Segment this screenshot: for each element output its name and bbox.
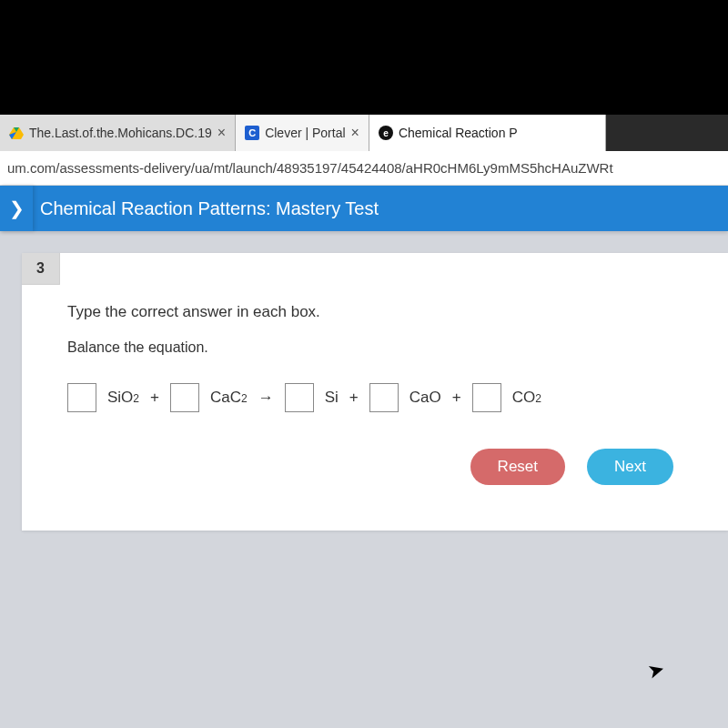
url-bar[interactable]: um.com/assessments-delivery/ua/mt/launch… <box>0 151 728 186</box>
close-icon[interactable]: × <box>351 125 359 141</box>
close-icon[interactable]: × <box>217 125 226 141</box>
content-area: 3 Type the correct answer in each box. B… <box>0 231 728 531</box>
tab-title: The.Last.of.the.Mohicans.DC.19 <box>29 126 212 140</box>
coef-input-4[interactable] <box>369 383 399 412</box>
edmentum-icon: e <box>379 126 393 140</box>
question-card: 3 Type the correct answer in each box. B… <box>22 253 728 531</box>
plus-1: + <box>150 389 159 407</box>
browser-tabs: The.Last.of.the.Mohicans.DC.19 × C Cleve… <box>0 115 728 151</box>
cursor-icon: ➤ <box>645 657 667 684</box>
coef-input-5[interactable] <box>472 383 501 412</box>
button-row: Reset Next <box>67 449 701 503</box>
tab-clever[interactable]: C Clever | Portal × <box>236 115 369 151</box>
tab-title: Clever | Portal <box>265 126 345 140</box>
back-button[interactable]: ❯ <box>0 186 33 231</box>
plus-3: + <box>452 389 461 407</box>
question-subtext: Balance the equation. <box>67 339 701 356</box>
next-button[interactable]: Next <box>587 449 673 485</box>
coef-input-2[interactable] <box>170 383 199 412</box>
page-title: Chemical Reaction Patterns: Mastery Test <box>40 198 379 219</box>
term-cao: CaO <box>410 389 441 407</box>
page-header: Chemical Reaction Patterns: Mastery Test <box>0 186 728 231</box>
drive-icon <box>9 126 24 140</box>
tab-mohicans[interactable]: The.Last.of.the.Mohicans.DC.19 × <box>0 115 236 151</box>
arrow: → <box>258 389 274 407</box>
question-instruction: Type the correct answer in each box. <box>67 303 701 321</box>
chevron-right-icon: ❯ <box>9 197 25 219</box>
tab-title: Chemical Reaction P <box>399 126 518 140</box>
question-number: 3 <box>22 253 60 285</box>
coef-input-1[interactable] <box>67 383 96 412</box>
tab-edmentum[interactable]: e Chemical Reaction P <box>369 115 606 151</box>
term-sio2: SiO2 <box>107 389 139 407</box>
equation-row: SiO2 + CaC2 → Si + CaO + CO2 <box>67 383 701 412</box>
url-text: um.com/assessments-delivery/ua/mt/launch… <box>7 160 613 176</box>
window-top-blackspace <box>0 0 728 115</box>
plus-2: + <box>349 389 359 407</box>
clever-icon: C <box>245 126 259 140</box>
term-co2: CO2 <box>512 389 541 407</box>
coef-input-3[interactable] <box>285 383 314 412</box>
reset-button[interactable]: Reset <box>470 449 565 485</box>
term-cac2: CaC2 <box>210 389 248 407</box>
term-si: Si <box>325 389 339 407</box>
